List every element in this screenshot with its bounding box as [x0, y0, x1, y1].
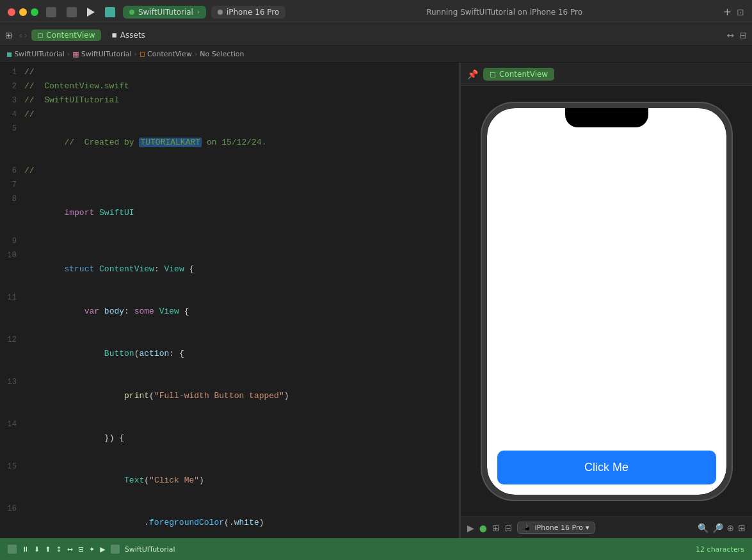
- bc-selection: No Selection: [200, 50, 244, 58]
- status-right: 12 characters: [696, 545, 744, 554]
- code-line-11: 11 var body: some View {: [0, 291, 459, 333]
- tab-contentview[interactable]: ◻ ContentView: [31, 29, 102, 41]
- code-line-12: 12 Button(action: {: [0, 333, 459, 375]
- run-status: Running SwiftUITutorial on iPhone 16 Pro: [291, 8, 717, 17]
- tab-contentview-label: ContentView: [46, 31, 95, 40]
- statusbar: ⏸ ⬇ ⬆ ↕ ↔ ⊟ ✦ ▶ SwiftUITutorial 12 chara…: [0, 538, 752, 560]
- nav-back-arrow[interactable]: ‹: [19, 30, 23, 40]
- tab-device[interactable]: iPhone 16 Pro: [211, 6, 285, 19]
- code-line-7: 7: [0, 178, 459, 192]
- device-selector[interactable]: 📱 iPhone 16 Pro ▾: [517, 522, 595, 534]
- status-project-label: SwiftUITutorial: [125, 545, 175, 554]
- project-icon: ◼: [6, 50, 12, 58]
- inspector-toggle[interactable]: ↔: [727, 30, 735, 40]
- tab-project[interactable]: SwiftUITutorial ›: [123, 6, 206, 19]
- zoom-fit-button[interactable]: 🔎: [712, 523, 723, 533]
- code-line-13: 13 print("Full-width Button tapped"): [0, 375, 459, 417]
- zoom-out-button[interactable]: 🔍: [698, 523, 708, 533]
- status-icon3: ⬇: [34, 545, 40, 554]
- titlebar: SwiftUITutorial › iPhone 16 Pro Running …: [0, 0, 752, 24]
- zoom-full-button[interactable]: ⊞: [738, 523, 746, 533]
- phone-icon: 📱: [523, 524, 532, 532]
- preview-contentview-tab[interactable]: ◻ ContentView: [483, 68, 554, 81]
- status-icon8: ✦: [89, 545, 95, 554]
- tab-chevron-icon: ›: [197, 8, 200, 15]
- phone-screen: Click Me: [487, 108, 726, 495]
- nav-arrows: ‹ ›: [19, 30, 28, 40]
- toolbar: ⊞ ‹ › ◻ ContentView ◼ Assets ↔ ⊟: [0, 24, 752, 46]
- window-controls: ⊡: [737, 7, 744, 17]
- bc-sep3: ›: [195, 50, 197, 58]
- tab-device-dot: [218, 10, 223, 15]
- folder-icon: ▦: [72, 50, 79, 58]
- grid-view-icon[interactable]: ⊞: [492, 523, 500, 533]
- pin-icon[interactable]: 📌: [467, 69, 478, 79]
- tab-assets[interactable]: ◼ Assets: [105, 29, 151, 41]
- code-line-16: 16 .foregroundColor(.white): [0, 502, 459, 538]
- code-line-5: 5 // Created by TUTORIALKART on 15/12/24…: [0, 122, 459, 164]
- bc-sep1: ›: [67, 50, 70, 58]
- code-line-14: 14 }) {: [0, 417, 459, 460]
- status-icon7: ⊟: [78, 545, 84, 554]
- status-icon6: ↔: [67, 545, 73, 554]
- preview-bottom-bar: ▶ ● ⊞ ⊟ 📱 iPhone 16 Pro ▾ 🔍 🔎 ⊕ ⊞: [461, 516, 752, 538]
- bc-folder-label: SwiftUITutorial: [81, 50, 132, 58]
- tab-project-label: SwiftUITutorial: [138, 8, 193, 17]
- device-name-label: iPhone 16 Pro: [534, 524, 583, 532]
- zoom-in-button[interactable]: ⊕: [727, 523, 735, 533]
- layout-icon[interactable]: [67, 7, 77, 17]
- char-count: 12 characters: [696, 545, 744, 554]
- breadcrumb: ◼ SwiftUITutorial › ▦ SwiftUITutorial › …: [0, 46, 752, 63]
- code-line-8: 8 import SwiftUI: [0, 192, 459, 234]
- play-preview-icon[interactable]: ▶: [467, 523, 474, 533]
- phone-notch: [565, 108, 648, 127]
- status-icon5: ↕: [56, 545, 61, 554]
- bc-project[interactable]: ◼ SwiftUITutorial: [6, 50, 65, 58]
- play-button[interactable]: [87, 8, 95, 17]
- preview-pane: 📌 ◻ ContentView Click Me ▶ ●: [461, 63, 752, 538]
- traffic-lights: [8, 8, 38, 16]
- code-line-2: 2 // ContentView.swift: [0, 79, 459, 93]
- code-line-6: 6 //: [0, 164, 459, 178]
- add-tab-button[interactable]: +: [723, 6, 732, 18]
- tab-status-dot: [129, 10, 134, 15]
- app-icon: [105, 7, 115, 17]
- assets-icon: ◼: [111, 31, 116, 38]
- bc-folder[interactable]: ▦ SwiftUITutorial: [72, 50, 131, 58]
- grid-icon[interactable]: ⊞: [5, 30, 13, 40]
- bc-sep2: ›: [134, 50, 136, 58]
- code-line-10: 10 struct ContentView: View {: [0, 248, 459, 291]
- nav-forward-arrow[interactable]: ›: [24, 30, 28, 40]
- code-editor[interactable]: 1 // 2 // ContentView.swift 3 // SwiftUI…: [0, 63, 460, 538]
- sidebar-toggle-icon[interactable]: [46, 7, 56, 17]
- swift-icon: ◻: [140, 50, 145, 58]
- record-icon[interactable]: ●: [479, 523, 487, 533]
- code-line-9: 9: [0, 234, 459, 248]
- close-button[interactable]: [8, 8, 15, 16]
- toolbar-right: ↔ ⊟: [727, 30, 747, 40]
- status-icon9: ▶: [100, 545, 105, 554]
- layout-icon[interactable]: ⊟: [505, 523, 513, 533]
- layout-split-icon[interactable]: ⊟: [739, 30, 747, 40]
- bc-project-label: SwiftUITutorial: [14, 50, 65, 58]
- status-icon4: ⬆: [45, 545, 51, 554]
- fullscreen-button[interactable]: [31, 8, 38, 16]
- minimize-button[interactable]: [19, 8, 27, 16]
- tab-device-label: iPhone 16 Pro: [227, 8, 279, 17]
- preview-tab-label: ContentView: [499, 70, 548, 79]
- code-line-1: 1 //: [0, 65, 459, 79]
- main-content: 1 // 2 // ContentView.swift 3 // SwiftUI…: [0, 63, 752, 538]
- phone-content: Click Me: [487, 108, 726, 495]
- preview-tab-icon: ◻: [490, 70, 496, 79]
- swift-file-icon: ◻: [38, 31, 43, 38]
- bc-file[interactable]: ◻ ContentView: [140, 50, 192, 58]
- preview-header: 📌 ◻ ContentView: [461, 63, 752, 86]
- bc-file-label: ContentView: [147, 50, 192, 58]
- phone-frame: Click Me: [482, 103, 732, 500]
- zoom-controls: 🔍 🔎 ⊕ ⊞: [698, 523, 746, 533]
- chevron-down-icon: ▾: [586, 524, 589, 532]
- code-line-4: 4 //: [0, 108, 459, 122]
- status-icon2: ⏸: [22, 545, 29, 554]
- status-icon: [8, 545, 17, 554]
- click-me-button[interactable]: Click Me: [497, 451, 716, 484]
